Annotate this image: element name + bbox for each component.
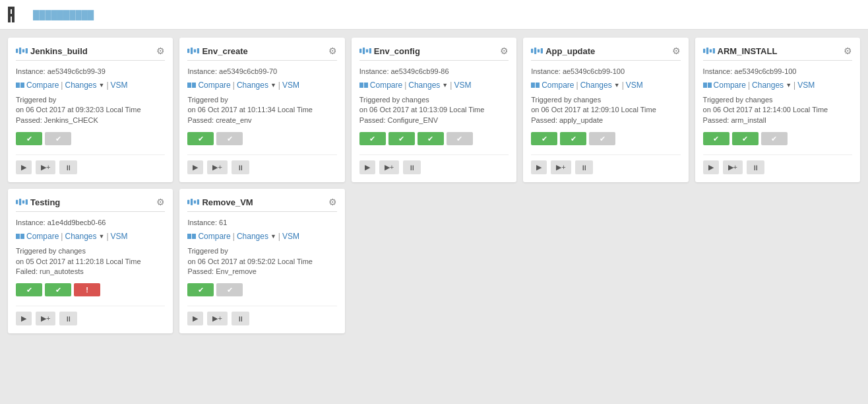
stage: ✔ xyxy=(703,132,729,145)
play-next-button[interactable]: ▶+ xyxy=(723,160,743,174)
svg-rect-21 xyxy=(706,48,708,54)
pipeline-icon xyxy=(187,46,199,55)
compare-link[interactable]: Compare xyxy=(198,81,230,90)
svg-rect-5 xyxy=(19,48,21,54)
vsm-link[interactable]: VSM xyxy=(282,232,299,241)
vsm-link[interactable]: VSM xyxy=(282,81,299,90)
compare-link[interactable]: Compare xyxy=(542,81,574,90)
pause-button[interactable]: ⏸ xyxy=(232,312,249,325)
pause-button[interactable]: ⏸ xyxy=(232,160,249,174)
gear-icon[interactable]: ⚙ xyxy=(672,46,681,56)
stage: ✔ xyxy=(359,132,386,145)
stage: ✔ xyxy=(560,132,586,145)
play-button[interactable]: ▶ xyxy=(187,312,203,325)
stages-row: ✔ ✔ xyxy=(16,132,165,145)
gear-icon[interactable]: ⚙ xyxy=(156,46,165,56)
vsm-link[interactable]: VSM xyxy=(626,81,643,90)
stages-row: ✔ ✔ ! xyxy=(16,283,165,296)
changes-link[interactable]: Changes xyxy=(65,81,96,90)
compare-link[interactable]: Compare xyxy=(714,81,746,90)
svg-rect-2 xyxy=(8,7,15,9)
play-next-button[interactable]: ▶+ xyxy=(36,160,55,174)
changes-link[interactable]: Changes xyxy=(237,232,268,241)
card-trigger: Triggered by changes on 05 Oct 2017 at 1… xyxy=(16,246,165,277)
pipeline-card-testing: Testing ⚙ Instance: a1e4dd9becb0-66 Comp… xyxy=(8,189,173,333)
pipeline-name: Remove_VM xyxy=(202,197,253,207)
card-links: Compare | Changes ▼ | VSM xyxy=(703,81,852,90)
play-next-button[interactable]: ▶+ xyxy=(551,160,571,174)
play-button[interactable]: ▶ xyxy=(531,160,547,174)
svg-rect-30 xyxy=(194,201,196,204)
svg-rect-29 xyxy=(191,199,193,205)
play-button[interactable]: ▶ xyxy=(703,160,719,174)
play-button[interactable]: ▶ xyxy=(16,312,32,325)
vsm-link[interactable]: VSM xyxy=(454,81,471,90)
gear-icon[interactable]: ⚙ xyxy=(156,197,165,207)
changes-chevron: ▼ xyxy=(99,82,105,88)
gear-icon[interactable]: ⚙ xyxy=(844,46,852,56)
changes-link[interactable]: Changes xyxy=(752,81,784,90)
vsm-link[interactable]: VSM xyxy=(111,81,128,90)
changes-link[interactable]: Changes xyxy=(65,232,96,241)
pause-button[interactable]: ⏸ xyxy=(747,160,764,174)
pause-button[interactable]: ⏸ xyxy=(403,160,421,174)
controls-row: ▶ ▶+ ⏸ xyxy=(531,154,680,174)
card-trigger: Triggered by on 06 Oct 2017 at 09:52:02 … xyxy=(187,246,336,277)
stage: ✔ xyxy=(388,132,415,145)
compare-link[interactable]: Compare xyxy=(198,232,230,241)
play-button[interactable]: ▶ xyxy=(187,160,203,174)
separator1: | xyxy=(233,81,235,90)
svg-rect-4 xyxy=(16,49,18,53)
separator1: | xyxy=(748,81,750,90)
play-next-button[interactable]: ▶+ xyxy=(379,160,399,174)
controls-row: ▶ ▶+ ⏸ xyxy=(359,154,509,174)
pause-button[interactable]: ⏸ xyxy=(59,312,77,325)
changes-link[interactable]: Changes xyxy=(408,81,440,90)
card-trigger: Triggered by changes on 06 Oct 2017 at 1… xyxy=(359,95,509,125)
compare-link[interactable]: Compare xyxy=(370,81,402,90)
changes-chevron: ▼ xyxy=(614,82,620,88)
gear-icon[interactable]: ⚙ xyxy=(500,46,509,56)
stage: ✔ xyxy=(45,132,71,145)
play-next-button[interactable]: ▶+ xyxy=(207,160,227,174)
separator2: | xyxy=(450,81,452,90)
changes-chevron: ▼ xyxy=(270,82,276,88)
compare-link[interactable]: Compare xyxy=(26,81,59,90)
pipeline-card-arm_install: ARM_INSTALL ⚙ Instance: ae5349c6cb99-100… xyxy=(695,38,860,182)
vsm-link[interactable]: VSM xyxy=(111,232,128,241)
svg-rect-31 xyxy=(197,199,199,205)
pipeline-card-env_create: Env_create ⚙ Instance: ae5349c6cb99-70 C… xyxy=(179,38,344,182)
card-header: Env_config ⚙ xyxy=(359,46,509,61)
changes-link[interactable]: Changes xyxy=(580,81,612,90)
play-next-button[interactable]: ▶+ xyxy=(207,312,227,325)
svg-rect-9 xyxy=(191,48,193,54)
card-instance: Instance: ae5349c6cb99-70 xyxy=(187,67,336,75)
svg-rect-7 xyxy=(26,48,28,53)
compare-icon xyxy=(703,83,712,88)
card-header: Env_create ⚙ xyxy=(187,46,336,61)
pipeline-icon xyxy=(531,46,543,55)
pause-button[interactable]: ⏸ xyxy=(59,160,77,174)
pipeline-card-jenkins_build: Jenkins_build ⚙ Instance: ae5349c6cb99-3… xyxy=(8,38,173,182)
pipeline-icon xyxy=(359,46,371,55)
gear-icon[interactable]: ⚙ xyxy=(328,46,337,56)
play-next-button[interactable]: ▶+ xyxy=(36,312,55,325)
card-title: App_update xyxy=(531,46,595,56)
pipeline-name: Jenkins_build xyxy=(30,46,88,56)
stage: ✔ xyxy=(418,132,444,145)
pause-button[interactable]: ⏸ xyxy=(575,160,593,174)
play-button[interactable]: ▶ xyxy=(359,160,375,174)
compare-link[interactable]: Compare xyxy=(26,232,59,241)
changes-link[interactable]: Changes xyxy=(237,81,268,90)
svg-rect-15 xyxy=(369,48,371,53)
pipeline-name: Env_create xyxy=(202,46,247,56)
empty-slot xyxy=(523,189,688,333)
gear-icon[interactable]: ⚙ xyxy=(328,197,337,207)
pipeline-icon xyxy=(16,197,28,207)
vsm-link[interactable]: VSM xyxy=(797,81,815,90)
card-header: Remove_VM ⚙ xyxy=(187,197,336,212)
svg-rect-27 xyxy=(26,199,28,205)
svg-rect-18 xyxy=(538,50,540,53)
card-instance: Instance: ae5349c6cb99-39 xyxy=(16,67,165,75)
play-button[interactable]: ▶ xyxy=(16,160,32,174)
